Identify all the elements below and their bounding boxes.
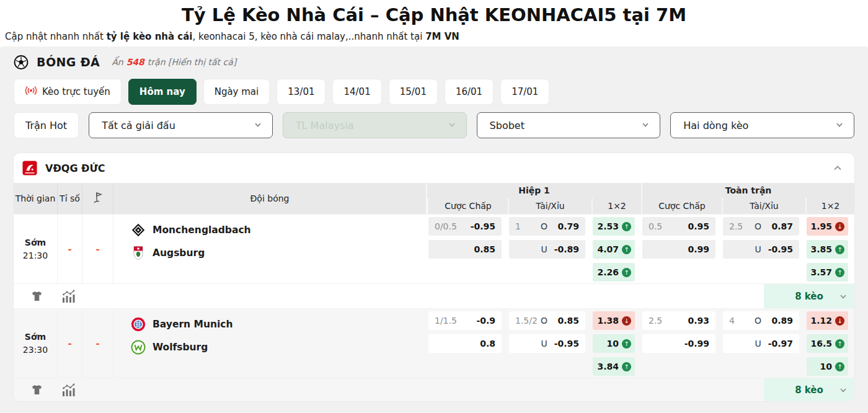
ft-handicap-home-odds[interactable]: 0.50.95 (642, 217, 715, 236)
tab-date-16-01[interactable]: 16/01 (445, 79, 494, 105)
league-header: VĐQG ĐỨC (14, 153, 854, 183)
bundesliga-logo-icon (22, 161, 37, 175)
ft-1x2-draw-odds[interactable]: 3.57↑ (807, 263, 848, 282)
ft-handicap-away-odds[interactable]: 0.99 (642, 240, 715, 259)
match-time: Sớm 21:30 (14, 215, 58, 283)
odds-table-header: Thời gian Tỉ số Đội bóng Hiệp 1 Toàn trậ… (14, 183, 854, 214)
teams-cell: Monchengladbach Augsburg (113, 215, 427, 283)
odds-down-icon: ↓ (835, 222, 844, 231)
filter-bar: Trận Hot Tất cả giải đấu TL Malaysia Sbo… (14, 112, 854, 138)
odds-up-icon: ↑ (622, 268, 631, 277)
home-team-link[interactable]: Monchengladbach (131, 223, 427, 238)
home-team-link[interactable]: Bayern Munich (131, 317, 427, 332)
h1-1x2-draw-odds[interactable]: 2.26↑ (593, 263, 635, 282)
match-time: Sớm 23:30 (14, 309, 58, 378)
away-team-link[interactable]: Augsburg (131, 246, 427, 260)
stats-chart-icon[interactable] (61, 290, 76, 303)
page-subtitle: Cập nhật nhanh nhất tỷ lệ kèo nhà cái, k… (0, 31, 868, 47)
odds-up-icon: ↑ (622, 245, 631, 254)
corner-flag-icon (92, 192, 104, 206)
ft-over-odds[interactable]: 4O0.89 (723, 311, 799, 330)
tab-live-odds[interactable]: Kèo trực tuyến (14, 79, 122, 105)
tab-date-17-01[interactable]: 17/01 (500, 79, 549, 105)
col-ft-1x2: 1×2 (805, 198, 854, 214)
ft-1x2-home-odds[interactable]: 1.12↓ (807, 311, 848, 330)
ft-1x2-home-odds[interactable]: 1.95↓ (807, 217, 848, 236)
stats-chart-icon[interactable] (61, 383, 76, 397)
odds-down-icon: ↓ (835, 316, 844, 326)
page-title: Tỷ Lệ Kèo Nhà Cái – Cập Nhật KEONHACAI5 … (0, 0, 868, 31)
date-tabs: Kèo trực tuyến Hôm nay Ngày mai 13/01 14… (14, 79, 854, 105)
odds-up-icon: ↑ (622, 339, 631, 349)
match-tools-2: 8 kèo (14, 378, 854, 401)
league-name: VĐQG ĐỨC (45, 162, 105, 174)
hidden-matches-toggle[interactable]: Ẩn548trận [Hiển thị tất cả] (112, 57, 236, 67)
h1-handicap-away-odds[interactable]: 0.85 (428, 240, 502, 259)
sport-header: BÓNG ĐÁ Ẩn548trận [Hiển thị tất cả] (14, 48, 854, 76)
odds-up-icon: ↑ (835, 362, 844, 371)
tab-today[interactable]: Hôm nay (128, 79, 197, 105)
odds-up-icon: ↑ (835, 268, 844, 277)
odds-lines-select[interactable]: Hai dòng kèo (670, 112, 854, 138)
jersey-icon[interactable] (31, 290, 43, 302)
h1-1x2-away-odds[interactable]: 10↑ (593, 334, 635, 353)
match-score: - (58, 215, 82, 283)
h1-1x2-away-odds[interactable]: 4.07↑ (593, 240, 635, 259)
odds-up-icon: ↑ (835, 339, 844, 349)
group-first-half: Hiệp 1 (427, 183, 641, 198)
soccer-ball-icon (14, 55, 29, 69)
col-h1-1x2: 1×2 (591, 198, 641, 214)
ft-1x2-away-odds[interactable]: 16.5↑ (807, 334, 848, 353)
tab-date-14-01[interactable]: 14/01 (332, 79, 381, 105)
match-score: - (58, 309, 82, 378)
ft-handicap-away-odds[interactable]: -0.99 (642, 334, 715, 353)
h1-under-odds[interactable]: U-0.95 (509, 334, 585, 353)
more-odds-toggle[interactable]: 8 kèo (764, 284, 854, 308)
chevron-up-icon[interactable] (831, 161, 844, 175)
match-corners: - (82, 309, 113, 378)
chevron-down-icon (838, 385, 848, 395)
more-odds-toggle[interactable]: 8 kèo (764, 378, 854, 401)
away-team-link[interactable]: Wolfsburg (131, 340, 427, 355)
teams-cell: Bayern Munich Wolfsburg (113, 309, 427, 378)
col-ft-overunder: Tài/Xỉu (722, 198, 805, 214)
jersey-icon[interactable] (31, 384, 43, 396)
h1-1x2-draw-odds[interactable]: 3.84↑ (593, 357, 635, 376)
bayern-munich-logo-icon (131, 317, 146, 332)
col-corner (82, 183, 113, 214)
augsburg-logo-icon (131, 246, 146, 260)
group-full-time: Toàn trận (641, 183, 854, 198)
h1-under-odds[interactable]: U-0.89 (509, 240, 585, 259)
h1-over-odds[interactable]: 1.5/2O0.85 (509, 311, 585, 330)
sport-title: BÓNG ĐÁ (37, 55, 100, 69)
match-corners: - (82, 215, 113, 283)
tab-date-13-01[interactable]: 13/01 (277, 79, 326, 105)
chevron-down-icon (254, 120, 262, 131)
h1-handicap-home-odds[interactable]: 1/1.5-0.9 (428, 311, 502, 330)
h1-over-odds[interactable]: 1O0.79 (509, 217, 585, 236)
ft-under-odds[interactable]: U-0.95 (723, 240, 799, 259)
ft-1x2-draw-odds[interactable]: 10↑ (807, 357, 848, 376)
tab-tomorrow[interactable]: Ngày mai (203, 79, 270, 105)
league-select[interactable]: Tất cả giải đấu (89, 112, 273, 138)
ft-handicap-home-odds[interactable]: 2.50.93 (642, 311, 715, 330)
odds-up-icon: ↑ (622, 362, 631, 371)
wolfsburg-logo-icon (131, 340, 146, 355)
tab-date-15-01[interactable]: 15/01 (389, 79, 438, 105)
chevron-down-icon (448, 120, 456, 131)
odds-panel: BÓNG ĐÁ Ẩn548trận [Hiển thị tất cả] Kèo … (0, 47, 868, 413)
ft-1x2-away-odds[interactable]: 3.85↑ (807, 240, 848, 259)
odds-format-select: TL Malaysia (283, 112, 467, 138)
chevron-down-icon (838, 291, 848, 301)
match-tools-1: 8 kèo (14, 283, 854, 308)
h1-1x2-home-odds[interactable]: 2.53↑ (593, 217, 635, 236)
hot-matches-button[interactable]: Trận Hot (14, 112, 79, 138)
ft-under-odds[interactable]: U-0.97 (723, 334, 799, 353)
bookmaker-select[interactable]: Sbobet (477, 112, 661, 138)
h1-1x2-home-odds[interactable]: 1.38↓ (593, 311, 635, 330)
ft-over-odds[interactable]: 2.5O0.87 (723, 217, 799, 236)
h1-handicap-away-odds[interactable]: 0.8 (428, 334, 502, 353)
col-h1-overunder: Tài/Xỉu (508, 198, 591, 214)
col-teams: Đội bóng (113, 183, 427, 214)
h1-handicap-home-odds[interactable]: 0/0.5-0.95 (428, 217, 502, 236)
